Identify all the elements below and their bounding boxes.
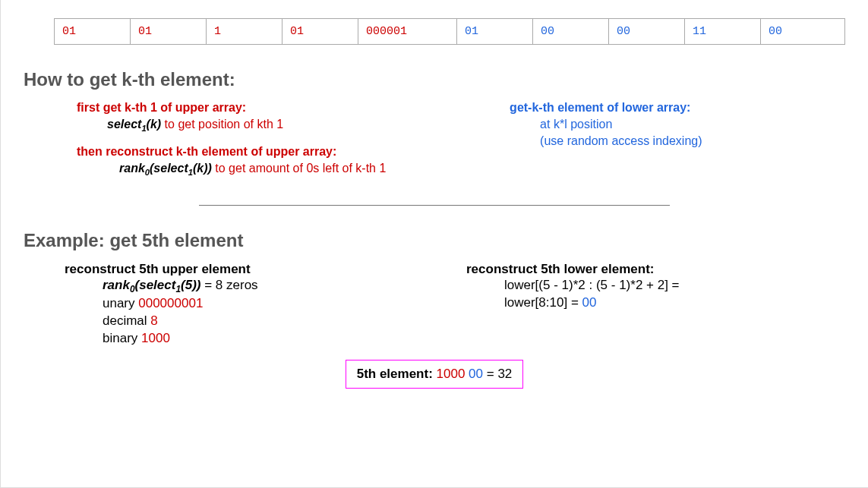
example-lower-col: reconstruct 5th lower element: lower[(5 …: [466, 262, 845, 348]
example-columns: reconstruct 5th upper element rank0(sele…: [65, 262, 845, 348]
ex-binary-line: binary 1000: [103, 330, 443, 348]
upper-step-1: first get k-th 1 of upper array: select1…: [77, 101, 487, 134]
step2-body: rank0(select1(k)) to get amount of 0s le…: [119, 160, 487, 178]
lower-line2: (use random access indexing): [540, 133, 845, 150]
upper-method-col: first get k-th 1 of upper array: select1…: [77, 101, 487, 190]
lower-body: at k*l position (use random access index…: [540, 116, 845, 149]
unary-label: unary: [103, 296, 138, 310]
array-cell: 1: [207, 19, 282, 44]
array-cell: 000001: [358, 19, 457, 44]
array-cell: 01: [55, 19, 131, 44]
binary-label: binary: [103, 331, 141, 345]
select-arg: (k): [147, 118, 162, 131]
array-cell: 01: [457, 19, 533, 44]
ex-upper-head: reconstruct 5th upper element: [65, 262, 443, 277]
ex-rank-line: rank0(select1(5)) = 8 zeros: [103, 277, 443, 295]
ex-select-func: (select: [135, 278, 176, 292]
lower-method-col: get-k-th element of lower array: at k*l …: [510, 101, 845, 190]
ex-decimal-line: decimal 8: [103, 313, 443, 330]
binary-val: 1000: [141, 331, 170, 345]
array-cell: 00: [609, 19, 685, 44]
ex-unary-line: unary 000000001: [103, 295, 443, 313]
ex-lower-body: lower[(5 - 1)*2 : (5 - 1)*2 + 2] = lower…: [504, 277, 845, 312]
step1-head: first get k-th 1 of upper array:: [77, 101, 487, 115]
rank-func: rank: [119, 162, 145, 175]
ex-lower-line1: lower[(5 - 1)*2 : (5 - 1)*2 + 2] =: [504, 277, 845, 294]
select-arg2: (k)): [193, 162, 212, 175]
slide-page: 01 01 1 01 000001 01 00 00 11 00 How to …: [0, 0, 868, 488]
result-wrap: 5th element: 1000 00 = 32: [24, 348, 845, 389]
ex-select-arg: (5)): [181, 278, 200, 292]
result-box: 5th element: 1000 00 = 32: [346, 360, 524, 389]
step1-body: select1(k) to get position of kth 1: [107, 116, 487, 134]
ex-rank-func: rank: [103, 278, 130, 292]
result-label: 5th element:: [357, 367, 437, 381]
lower-head: get-k-th element of lower array:: [510, 101, 845, 115]
heading-example: Example: get 5th element: [24, 230, 845, 251]
ex-upper-body: rank0(select1(5)) = 8 zeros unary 000000…: [103, 277, 443, 348]
step2-head: then reconstruct k-th element of upper a…: [77, 145, 487, 159]
decimal-val: 8: [150, 313, 157, 328]
ex-lower-line2: lower[8:10] = 00: [504, 294, 845, 312]
unary-val: 000000001: [138, 296, 203, 310]
select-func: select: [107, 118, 141, 131]
result-tail: = 32: [483, 367, 512, 381]
step2-tail: to get amount of 0s left of k-th 1: [212, 162, 386, 175]
ex-lower-2b: 00: [582, 295, 597, 310]
decimal-label: decimal: [103, 313, 150, 328]
step1-tail: to get position of kth 1: [161, 118, 283, 131]
array-cell: 01: [131, 19, 207, 44]
upper-step-2: then reconstruct k-th element of upper a…: [77, 145, 487, 178]
ex-rank-eq: = 8 zeros: [201, 278, 258, 292]
method-columns: first get k-th 1 of upper array: select1…: [77, 101, 845, 190]
ex-rank-sub: 0: [130, 284, 135, 294]
array-cell: 00: [533, 19, 609, 44]
select-func2: (select: [150, 162, 188, 175]
array-cell: 00: [761, 19, 837, 44]
ex-lower-head: reconstruct 5th lower element:: [466, 262, 845, 277]
result-red: 1000: [437, 367, 466, 381]
example-upper-col: reconstruct 5th upper element rank0(sele…: [65, 262, 443, 348]
result-blue: 00: [469, 367, 483, 381]
array-cell: 01: [282, 19, 358, 44]
array-cell: 11: [685, 19, 761, 44]
ex-lower-2a: lower[8:10] =: [504, 295, 582, 310]
lower-line1: at k*l position: [540, 116, 845, 133]
bit-array-table: 01 01 1 01 000001 01 00 00 11 00: [54, 18, 845, 45]
separator: [199, 205, 670, 206]
heading-method: How to get k-th element:: [24, 69, 845, 90]
